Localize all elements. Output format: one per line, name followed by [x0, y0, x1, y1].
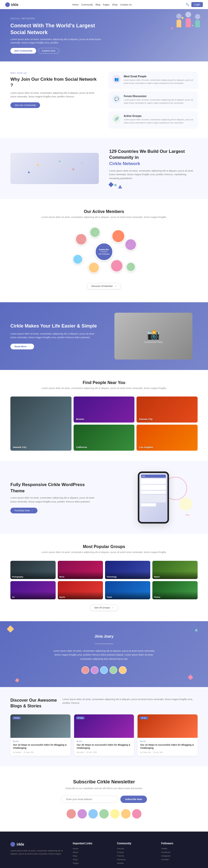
countries-section: 129 Countries We Build Our Largest Commu… — [0, 138, 208, 199]
join-community-button-2[interactable]: Join Our Community — [10, 102, 40, 108]
arrow-icon-2: → — [31, 509, 33, 512]
blog-title-2: Our 10 Steps to successful video for Blo… — [140, 743, 195, 750]
footer-link-1-4[interactable]: Activity — [117, 862, 153, 864]
nav-pages[interactable]: Pages — [103, 3, 109, 6]
footer-link-1-2[interactable]: Friends — [117, 855, 153, 857]
testi-avatar-5[interactable] — [119, 666, 127, 674]
group-label-0: Photography — [12, 576, 23, 578]
blog-author-2: by Tarika Jan — [140, 751, 151, 753]
feature-icon-groups: 🔗 — [112, 115, 120, 123]
countries-text: 129 Countries We Build Our Largest Commu… — [109, 148, 198, 189]
blog-meta-0: by Nathan 10 read, 254 — [13, 751, 68, 753]
group-card-6[interactable]: Travel — [105, 581, 150, 599]
testi-avatar-4[interactable] — [109, 666, 117, 674]
nl-avatar-6 — [121, 809, 131, 818]
city-card-boston[interactable]: Boston — [74, 397, 135, 423]
group-card-2[interactable]: Technology — [105, 561, 150, 579]
city-card-california[interactable]: California — [74, 425, 135, 451]
deco-circle-yellow — [179, 498, 193, 510]
footer-link-0-1[interactable]: About — [73, 851, 109, 854]
email-input[interactable] — [61, 796, 118, 803]
arrow-right-icon: → — [114, 285, 117, 287]
logo-text: irkle — [11, 3, 19, 7]
groups-grid: Photography Music Technology Nature Art … — [10, 561, 198, 599]
phone-app-bar: cirkle — [141, 475, 166, 478]
nav-blog[interactable]: Blog — [96, 3, 100, 6]
feature-desc-2: Lorem ipsum dolor sit amet, consectetur … — [124, 118, 195, 124]
feature-title-2: Active Groups — [124, 115, 195, 117]
footer-link-0-2[interactable]: Blog — [73, 855, 109, 857]
footer-link-2-2[interactable]: Instagram — [161, 855, 198, 857]
nav-shop[interactable]: Shop — [112, 3, 117, 6]
blog-img-1: 27 Apr — [74, 714, 134, 738]
footer-link-1-0[interactable]: Forums — [117, 847, 153, 850]
group-card-5[interactable]: Sports — [58, 581, 103, 599]
subscribe-button[interactable]: Subscribe Now — [120, 796, 147, 803]
makes-desc: Lorem ipsum dolor sit amet, consectetur … — [10, 332, 99, 340]
group-card-3[interactable]: Nature — [152, 561, 198, 579]
footer-link-0-0[interactable]: Home — [73, 847, 109, 850]
footer-logo-icon — [10, 842, 15, 847]
blogs-title: Discover Our Awesome Blogs & Stories — [10, 698, 57, 709]
city-label-california: California — [76, 446, 87, 448]
footer-link-2-1[interactable]: Facebook — [161, 851, 198, 854]
blog-cat-1: BLOG — [77, 740, 132, 742]
footer-col-1: Community Forums Groups Friends Members … — [117, 842, 153, 866]
discover-all-button[interactable]: Discover All Member → — [87, 283, 121, 289]
feature-card-1: 💬 Forum Discussion Lorem ipsum dolor sit… — [109, 92, 198, 108]
blog-card-0[interactable]: 24 Apr BLOG Our 10 Steps to successful v… — [10, 714, 70, 756]
map-dot-1 — [37, 164, 39, 166]
nl-avatar-5 — [110, 809, 119, 818]
members-subtitle: Lorem ipsum dolor sit amet, consectetur … — [10, 216, 198, 219]
discover-label: Discover All Member — [91, 285, 113, 287]
footer-link-0-4[interactable]: Pages — [73, 862, 109, 864]
footer-link-1-1[interactable]: Groups — [117, 851, 153, 854]
footer-link-2-3[interactable]: LinkedIn — [161, 858, 198, 861]
blogs-title-col: Discover Our Awesome Blogs & Stories — [10, 698, 57, 709]
nav-contact[interactable]: Contact Us — [120, 3, 132, 6]
blog-body-1: BLOG Our 35 Steps to successful video fo… — [74, 738, 134, 756]
testi-avatar-3[interactable] — [100, 666, 108, 674]
blog-author-1: by author — [77, 751, 84, 753]
testi-avatar-1[interactable] — [81, 666, 89, 674]
city-grid: Newark City Boston Kansas City Californi… — [10, 397, 198, 451]
search-icon[interactable]: 🔍 — [186, 3, 189, 6]
members-title: Our Active Members — [10, 209, 198, 214]
join-community-button[interactable]: Join Community — [10, 48, 36, 54]
city-card-kc[interactable]: Kansas City — [137, 397, 198, 423]
group-card-7[interactable]: Fitness — [152, 581, 198, 599]
group-label-4: Art — [12, 596, 14, 598]
read-more-button[interactable]: Read More → — [10, 344, 34, 349]
deco-shapes — [109, 183, 198, 188]
find-people-title: Find People Near You — [10, 380, 198, 385]
purchase-button[interactable]: Purchase Now → — [10, 508, 37, 514]
footer-link-1-3[interactable]: Members — [117, 858, 153, 861]
city-label-newark: Newark City — [13, 446, 27, 448]
feature-text-1: Forum Discussion Lorem ipsum dolor sit a… — [124, 95, 195, 105]
city-card-newark[interactable]: Newark City — [10, 397, 71, 451]
feature-card-2: 🔗 Active Groups Lorem ipsum dolor sit am… — [109, 112, 198, 128]
nav-community[interactable]: Community — [81, 3, 93, 6]
blog-card-1[interactable]: 27 Apr BLOG Our 35 Steps to successful v… — [74, 714, 134, 756]
hero-buttons: Join Community Explore Now — [10, 48, 101, 54]
city-card-la[interactable]: Los Angeles — [137, 425, 198, 451]
footer-link-2-0[interactable]: Twitter — [161, 847, 198, 850]
nav-logo[interactable]: irkle — [5, 2, 19, 7]
nav-home[interactable]: Home — [72, 3, 78, 6]
explore-button[interactable]: Explore Now — [38, 48, 59, 54]
group-label-7: Fitness — [154, 596, 161, 598]
deco-triangle — [118, 185, 122, 188]
testi-avatar-2[interactable] — [91, 666, 99, 674]
group-card-4[interactable]: Art — [10, 581, 56, 599]
see-all-groups-button[interactable]: See All Groups → — [90, 604, 118, 611]
center-followers: 16k Followers — [98, 253, 109, 255]
login-button[interactable]: Login — [192, 2, 203, 7]
crowd-photo: 📸 Community Photo — [114, 313, 193, 360]
newsletter-section: Subscribe Cirkle Newsletter Subscribe to… — [0, 766, 208, 832]
footer-col-0: Important Links Home About Blog Shop Pag… — [73, 842, 109, 866]
center-role: Founder — [101, 251, 107, 252]
blog-card-2[interactable]: 28 Apr BLOG Our 10 Steps to successful v… — [138, 714, 198, 756]
footer-link-0-3[interactable]: Shop — [73, 858, 109, 861]
group-card-1[interactable]: Music — [58, 561, 103, 579]
group-card-0[interactable]: Photography — [10, 561, 56, 579]
